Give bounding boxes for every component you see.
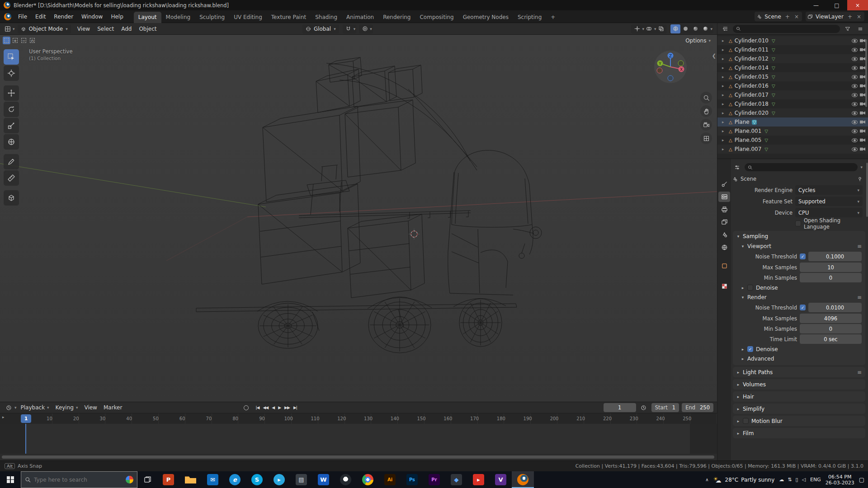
taskbar-app-button[interactable]: P [157, 471, 179, 488]
render-max-samples-field[interactable]: 4096 [800, 314, 862, 323]
orthographic-toggle-icon[interactable] [700, 132, 712, 144]
new-scene-button[interactable]: + [784, 14, 791, 20]
tray-expand-icon[interactable]: ∧ [705, 477, 708, 482]
menu-item[interactable]: Window [77, 12, 107, 22]
viewport-menu-item[interactable]: Object [135, 26, 160, 32]
prev-keyframe-icon[interactable]: ◀◀ [261, 404, 270, 411]
disable-in-render-icon[interactable] [860, 93, 865, 97]
outliner-item[interactable]: ▸ △ Cylinder.020 ▽ [717, 108, 868, 117]
workspace-tab[interactable]: Animation [342, 12, 378, 23]
playhead[interactable]: 1 [21, 414, 31, 423]
timeline-menu-item[interactable]: Playback▾ [18, 404, 52, 411]
hide-in-viewport-icon[interactable] [852, 66, 858, 70]
outliner-item[interactable]: ▸ △ Cylinder.012 ▽ [717, 54, 868, 63]
taskbar-app-button[interactable]: ▤ [290, 471, 312, 488]
timeline-editor-chevron-icon[interactable]: ▾ [14, 405, 17, 410]
disable-in-render-icon[interactable] [860, 84, 865, 88]
shading-wireframe-icon[interactable] [670, 24, 680, 33]
texture-properties-tab[interactable] [718, 281, 730, 291]
taskbar-app-button[interactable]: V [490, 471, 512, 488]
snap-magnet-icon[interactable] [344, 24, 354, 33]
workspace-tab[interactable]: + [546, 12, 560, 23]
timeline-menu-item[interactable]: Keying▾ [52, 404, 81, 411]
render-denoise-checkbox[interactable] [747, 346, 753, 352]
advanced-header[interactable]: ▸Advanced [733, 354, 865, 363]
expand-arrow-icon[interactable]: ▸ [722, 129, 726, 133]
viewport-noise-threshold-field[interactable]: 0.1000 [808, 252, 862, 261]
taskbar-app-button[interactable]: e [224, 471, 246, 488]
disable-in-render-icon[interactable] [860, 111, 865, 115]
language-indicator[interactable]: ENG [810, 477, 821, 483]
disable-in-render-icon[interactable] [860, 147, 865, 151]
weather-widget[interactable]: ☀☁ 28°C Partly sunny [713, 476, 775, 484]
outliner-item[interactable]: ▸ △ Plane.007 ▽ [717, 145, 868, 154]
shading-chevron-icon[interactable]: ▾ [710, 27, 712, 31]
expand-arrow-icon[interactable]: ▸ [722, 93, 726, 97]
mode-dropdown[interactable]: Object Mode ▾ [18, 24, 71, 33]
device-dropdown[interactable]: CPU▾ [795, 208, 863, 217]
playhead-line[interactable] [25, 424, 26, 454]
timeline-menu-item[interactable]: Marker▾ [100, 404, 125, 411]
timeline-editor-icon[interactable] [4, 403, 14, 412]
scale-tool[interactable] [4, 118, 19, 133]
search-highlights-icon[interactable] [126, 476, 133, 483]
outliner-scrollbar[interactable] [865, 39, 867, 107]
onedrive-icon[interactable]: ☁ [779, 477, 784, 483]
transform-orientation-dropdown[interactable]: Global ▾ [302, 24, 339, 33]
preview-range-icon[interactable] [639, 403, 649, 412]
workspace-tab[interactable]: Modeling [161, 12, 195, 23]
task-view-button[interactable] [137, 471, 157, 488]
disable-in-render-icon[interactable] [860, 75, 865, 79]
outliner-item[interactable]: ▸ △ Cylinder.014 ▽ [717, 63, 868, 72]
hide-in-viewport-icon[interactable] [852, 93, 858, 97]
move-tool[interactable] [4, 85, 19, 101]
properties-editor-icon[interactable] [732, 163, 742, 172]
hide-in-viewport-icon[interactable] [852, 120, 858, 124]
viewlayer-properties-tab[interactable] [718, 217, 730, 227]
taskbar-app-button[interactable]: Ai [379, 471, 401, 488]
hide-in-viewport-icon[interactable] [852, 57, 858, 61]
workspace-tab[interactable]: Compositing [415, 12, 458, 23]
start-frame-field[interactable]: Start1 [651, 403, 679, 412]
object-properties-tab[interactable] [718, 261, 730, 271]
outliner-item[interactable]: ▸ △ Cylinder.010 ▽ [717, 36, 868, 45]
outliner-item[interactable]: ▸ △ Cylinder.015 ▽ [717, 72, 868, 81]
hide-in-viewport-icon[interactable] [852, 84, 858, 88]
workspace-tab[interactable]: Shading [311, 12, 342, 23]
select-mode-new-icon[interactable] [3, 37, 10, 44]
start-button[interactable] [0, 471, 21, 488]
expand-arrow-icon[interactable]: ▸ [722, 120, 726, 124]
viewport-menu-item[interactable]: Select [94, 26, 118, 32]
minimize-button[interactable]: — [806, 0, 826, 10]
expand-arrow-icon[interactable]: ▸ [722, 75, 726, 79]
hide-in-viewport-icon[interactable] [852, 129, 858, 133]
expand-arrow-icon[interactable]: ▸ [722, 147, 726, 151]
workspace-tab[interactable]: Sculpting [195, 12, 229, 23]
taskbar-app-button[interactable] [512, 471, 534, 488]
menu-item[interactable]: Help [107, 12, 127, 22]
expand-arrow-icon[interactable]: ▸ [722, 111, 726, 115]
workspace-tab[interactable]: Texture Paint [267, 12, 311, 23]
hide-in-viewport-icon[interactable] [852, 147, 858, 151]
disable-in-render-icon[interactable] [860, 66, 865, 70]
taskbar-search[interactable] [21, 471, 137, 488]
time-limit-field[interactable]: 0 sec [800, 334, 862, 344]
select-box-tool[interactable] [4, 49, 19, 65]
hide-in-viewport-icon[interactable] [852, 39, 858, 43]
cursor-tool[interactable] [4, 66, 19, 81]
clock[interactable]: 06:54 PM 26-03-2023 [826, 474, 854, 486]
sampling-section-header[interactable]: ▾Sampling [733, 231, 865, 241]
search-input[interactable] [34, 477, 123, 483]
maximize-button[interactable]: □ [826, 0, 847, 10]
world-properties-tab[interactable] [718, 242, 730, 253]
show-overlays-icon[interactable] [644, 24, 654, 33]
taskbar-app-button[interactable]: ▸ [268, 471, 290, 488]
battery-icon[interactable]: ▯ [796, 477, 798, 483]
outliner-item[interactable]: ▸ △ Plane ▽ [717, 117, 868, 127]
outliner-search-input[interactable] [733, 25, 840, 33]
timeline-ruler[interactable]: 1020304050607080901001101201301401501601… [0, 413, 717, 424]
jump-to-start-icon[interactable]: |◀ [254, 404, 261, 411]
next-keyframe-icon[interactable]: ▶▶ [283, 404, 292, 411]
annotate-tool[interactable] [4, 154, 19, 169]
proportional-edit-chevron-icon[interactable]: ▾ [370, 27, 372, 31]
